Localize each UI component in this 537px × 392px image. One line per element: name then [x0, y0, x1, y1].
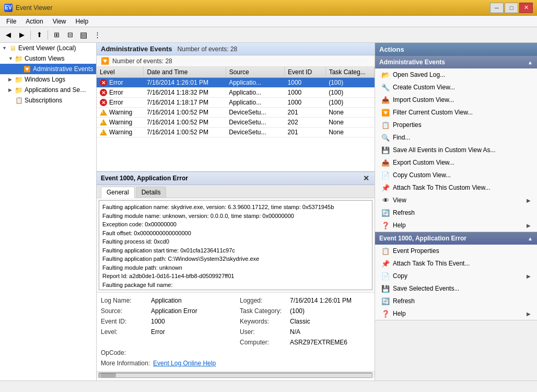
sidebar-item-app-services[interactable]: ▶ 📁 Applications and Services Lo... — [0, 85, 96, 95]
action-save-selected[interactable]: 💾 Save Selected Events... — [375, 282, 537, 295]
menu-file[interactable]: File — [2, 17, 20, 26]
detail-description[interactable]: Faulting application name: skydrive.exe,… — [99, 200, 372, 290]
col-eventid[interactable]: Event ID — [285, 67, 326, 78]
detail-body: Faulting application name: skydrive.exe,… — [97, 198, 375, 292]
info-more: More Information: Event Log Online Help — [101, 359, 370, 368]
open-saved-log-icon: 📂 — [381, 71, 390, 79]
tab-details[interactable]: Details — [136, 187, 167, 198]
table-row[interactable]: ✕Error7/16/2014 1:18:17 PMApplicatio...1… — [97, 98, 375, 108]
sidebar-item-windows-logs[interactable]: ▶ 📁 Windows Logs — [0, 74, 96, 85]
cell-level: Warning — [97, 128, 144, 137]
action-attach-task-custom[interactable]: 📌 Attach Task To This Custom View... — [375, 181, 537, 194]
attach-task-event-label: Attach Task To This Event... — [393, 260, 470, 267]
horizontal-scrollbar[interactable] — [97, 371, 375, 378]
view-button-3[interactable]: ▤ — [77, 29, 90, 41]
col-level[interactable]: Level — [97, 67, 144, 78]
forward-button[interactable]: ▶ — [16, 29, 28, 41]
detail-tabs: General Details — [97, 185, 375, 198]
actions-section-event: Event 1000, Application Error ▲ 📋 Event … — [375, 232, 537, 320]
table-row[interactable]: Warning7/16/2014 1:00:52 PMDeviceSetu...… — [97, 108, 375, 118]
col-task[interactable]: Task Categ... — [325, 67, 374, 78]
menu-action[interactable]: Action — [21, 17, 47, 26]
more-button[interactable]: ⋮ — [91, 29, 103, 41]
action-copy-custom-view[interactable]: 📄 Copy Custom View... — [375, 169, 537, 181]
source-value: Application Error — [151, 307, 197, 315]
action-find[interactable]: 🔍 Find... — [375, 131, 537, 144]
action-help-event[interactable]: ❓ Help ▶ — [375, 307, 537, 320]
action-properties[interactable]: 📋 Properties — [375, 119, 537, 131]
cell-source: Applicatio... — [226, 78, 284, 88]
event-detail-title: Event 1000, Application Error — [101, 175, 188, 182]
view-arrow: ▶ — [527, 198, 531, 203]
action-export-custom-view[interactable]: 📤 Export Custom View... — [375, 156, 537, 169]
info-event-id: Event ID: 1000 — [101, 317, 231, 326]
action-filter-current[interactable]: 🔽 Filter Current Custom View... — [375, 106, 537, 119]
minimize-button[interactable]: ─ — [490, 3, 504, 13]
action-import-custom-view[interactable]: 📥 Import Custom View... — [375, 94, 537, 106]
sidebar-item-subscriptions[interactable]: 📋 Subscriptions — [0, 95, 96, 106]
refresh-event-label: Refresh — [393, 297, 415, 305]
detail-info: Log Name: Application Logged: 7/16/2014 … — [97, 292, 375, 371]
cell-level: Warning — [97, 108, 144, 118]
col-datetime[interactable]: Date and Time — [144, 67, 226, 78]
restore-button[interactable]: □ — [505, 3, 518, 13]
windows-logs-icon: 📁 — [15, 75, 23, 84]
sidebar-item-root[interactable]: ▼ 🖥 Event Viewer (Local) — [0, 43, 96, 53]
section-header-admin[interactable]: Administrative Events ▲ — [375, 56, 537, 68]
action-attach-task-event[interactable]: 📌 Attach Task To This Event... — [375, 257, 537, 270]
event-id-value: 1000 — [151, 318, 165, 325]
action-save-all-events[interactable]: 💾 Save All Events in Custom View As... — [375, 144, 537, 156]
warning-icon — [100, 109, 107, 116]
section-header-event[interactable]: Event 1000, Application Error ▲ — [375, 232, 537, 245]
view-button-2[interactable]: ⊟ — [64, 29, 76, 41]
save-selected-icon: 💾 — [381, 284, 390, 293]
col-source[interactable]: Source — [226, 67, 284, 78]
action-help-admin[interactable]: ❓ Help ▶ — [375, 219, 537, 232]
cell-task: None — [325, 128, 374, 137]
action-copy-event[interactable]: 📄 Copy ▶ — [375, 270, 537, 282]
action-refresh-event[interactable]: 🔄 Refresh — [375, 295, 537, 307]
more-info-link[interactable]: Event Log Online Help — [153, 360, 216, 367]
cell-datetime: 7/16/2014 1:00:52 PM — [144, 128, 226, 137]
sidebar-item-custom-views[interactable]: ▼ 📁 Custom Views — [0, 53, 96, 64]
view-icon: 👁 — [381, 196, 390, 204]
section-title-event: Event 1000, Application Error — [379, 235, 466, 242]
level-text: Error — [109, 89, 123, 96]
window-controls[interactable]: ─ □ ✕ — [490, 3, 533, 13]
cell-source: Applicatio... — [226, 98, 284, 108]
up-button[interactable]: ⬆ — [33, 29, 45, 41]
events-table-container[interactable]: Level Date and Time Source Event ID Task… — [97, 67, 375, 171]
actions-header: Actions — [375, 43, 537, 56]
table-row[interactable]: Warning7/16/2014 1:00:52 PMDeviceSetu...… — [97, 118, 375, 128]
table-row[interactable]: ✕Error7/16/2014 1:18:32 PMApplicatio...1… — [97, 88, 375, 98]
admin-events-icon: 🔽 — [23, 65, 31, 73]
app-services-arrow: ▶ — [8, 87, 15, 93]
properties-label: Properties — [393, 121, 422, 129]
close-button[interactable]: ✕ — [519, 3, 533, 13]
action-view[interactable]: 👁 View ▶ — [375, 194, 537, 206]
sidebar-item-admin-events[interactable]: 🔽 Administrative Events — [0, 64, 96, 74]
level-text: Warning — [109, 129, 132, 136]
table-row[interactable]: ✕Error7/16/2014 1:26:01 PMApplicatio...1… — [97, 78, 375, 88]
cell-event_id: 1000 — [285, 88, 326, 98]
events-table: Level Date and Time Source Event ID Task… — [97, 67, 375, 137]
attach-task-event-icon: 📌 — [381, 259, 390, 268]
create-custom-view-label: Create Custom View... — [393, 84, 455, 91]
tab-general[interactable]: General — [101, 187, 135, 198]
table-header-row: Level Date and Time Source Event ID Task… — [97, 67, 375, 78]
create-custom-view-icon: 🔧 — [381, 83, 390, 91]
info-user: User: N/A — [240, 327, 370, 337]
warning-icon — [100, 119, 107, 125]
action-open-saved-log[interactable]: 📂 Open Saved Log... — [375, 68, 537, 81]
event-detail-close[interactable]: ✕ — [362, 174, 370, 182]
view-button-1[interactable]: ⊞ — [50, 29, 63, 41]
menu-view[interactable]: View — [49, 17, 71, 26]
help-event-label: Help — [393, 310, 406, 317]
back-button[interactable]: ◀ — [2, 29, 15, 41]
cell-event_id: 201 — [285, 108, 326, 118]
menu-help[interactable]: Help — [72, 17, 93, 26]
action-event-properties[interactable]: 📋 Event Properties — [375, 245, 537, 257]
table-row[interactable]: Warning7/16/2014 1:00:52 PMDeviceSetu...… — [97, 128, 375, 137]
action-create-custom-view[interactable]: 🔧 Create Custom View... — [375, 81, 537, 94]
action-refresh-admin[interactable]: 🔄 Refresh — [375, 206, 537, 219]
